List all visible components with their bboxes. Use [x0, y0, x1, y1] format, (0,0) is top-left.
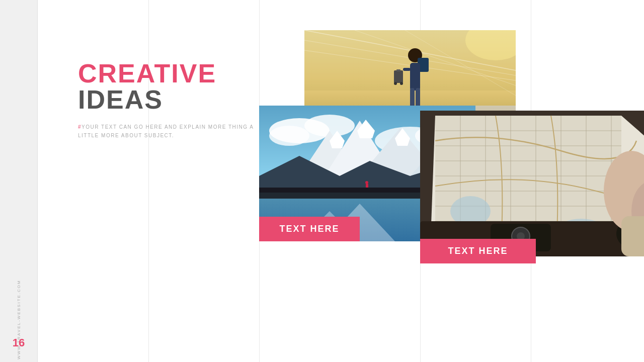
- svg-rect-16: [394, 70, 403, 83]
- page-number: 16: [13, 336, 25, 349]
- subtitle: #YOUR TEXT CAN GO HERE AND EXPLAIN MORE …: [78, 123, 269, 140]
- subtitle-hash: #: [78, 124, 82, 130]
- svg-point-18: [394, 82, 397, 85]
- image-card-2: TEXT HERE: [420, 111, 644, 256]
- grid-line-1: [148, 0, 149, 362]
- svg-rect-15: [403, 68, 411, 71]
- svg-rect-17: [396, 69, 400, 71]
- text-section: CREATIVE IDEAS #YOUR TEXT CAN GO HERE AN…: [78, 60, 269, 140]
- svg-rect-71: [621, 216, 644, 256]
- images-area: TEXT HERE: [259, 30, 644, 337]
- slide: WWW.TRAVEL-WEBSITE.COM 16 CREATIVE IDEAS…: [0, 0, 644, 362]
- svg-point-40: [365, 181, 368, 184]
- svg-point-19: [400, 82, 403, 85]
- image-label-3: TEXT HERE: [259, 217, 360, 241]
- headline-colored: CREATIVE: [78, 59, 216, 88]
- map-svg: [420, 111, 644, 256]
- subtitle-text: YOUR TEXT CAN GO HERE AND EXPLAIN MORE T…: [78, 124, 254, 138]
- headline: CREATIVE IDEAS: [78, 60, 269, 113]
- svg-rect-12: [410, 63, 420, 90]
- main-content: CREATIVE IDEAS #YOUR TEXT CAN GO HERE AN…: [38, 0, 644, 362]
- left-panel: WWW.TRAVEL-WEBSITE.COM 16: [0, 0, 38, 362]
- image-label-2: TEXT HERE: [420, 239, 536, 263]
- svg-point-24: [269, 126, 309, 146]
- map-image: [420, 111, 644, 256]
- headline-dark: IDEAS: [78, 85, 163, 114]
